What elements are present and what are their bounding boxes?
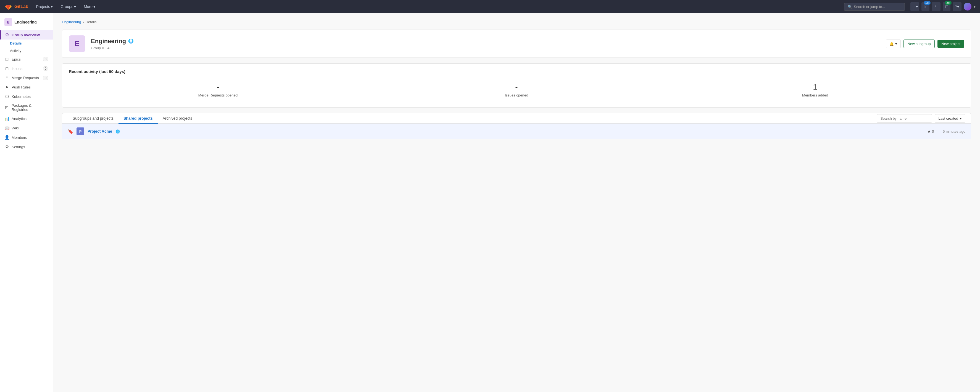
issues-value: - [372, 83, 661, 91]
issues-stat: - Issues opened [368, 78, 666, 102]
tabs-inner: Subgroups and projects Shared projects A… [68, 113, 966, 123]
more-dropdown-icon: ▾ [93, 5, 95, 9]
sidebar-group-name: Engineering [14, 20, 37, 24]
create-new-button[interactable]: ＋ ▾ [910, 2, 919, 11]
sidebar-item-issues[interactable]: ◻ Issues 0 [0, 64, 53, 73]
group-large-avatar: E [69, 35, 85, 52]
sort-select[interactable]: Last created ▾ [935, 114, 966, 123]
push-rules-icon: ➤ [5, 84, 10, 89]
members-stat-label: Members added [670, 93, 960, 97]
sidebar-item-merge-requests-label: Merge Requests [11, 76, 39, 80]
new-subgroup-button[interactable]: New subgroup [904, 40, 935, 48]
sidebar-item-wiki[interactable]: 📖 Wiki [0, 123, 53, 133]
sidebar-item-group-overview[interactable]: ⊙ Group overview [0, 30, 53, 40]
sort-dropdown-icon: ▾ [960, 116, 962, 121]
sidebar-item-merge-requests[interactable]: ⑂ Merge Requests 0 [0, 73, 53, 82]
projects-dropdown-icon: ▾ [51, 5, 53, 9]
merge-requests-label: Merge Requests opened [73, 93, 363, 97]
main-content: Engineering › Details E Engineering 🌐 Gr… [53, 13, 980, 392]
groups-dropdown-icon: ▾ [74, 5, 76, 9]
sidebar-item-members[interactable]: 👤 Members [0, 133, 53, 142]
project-name-link[interactable]: Project Acme [88, 129, 112, 134]
projects-nav-link[interactable]: Projects ▾ [34, 3, 55, 10]
project-avatar: P [76, 127, 84, 135]
settings-icon: ⚙ [5, 144, 10, 149]
tabs-bar: Subgroups and projects Shared projects A… [68, 113, 966, 123]
details-label: Details [10, 41, 22, 45]
breadcrumb: Engineering › Details [62, 20, 971, 24]
merge-requests-value: - [73, 83, 363, 91]
activity-stats: - Merge Requests opened - Issues opened … [69, 78, 964, 102]
sidebar-item-analytics[interactable]: 📊 Analytics [0, 114, 53, 123]
star-count: 0 [932, 129, 934, 134]
sidebar-item-packages-label: Packages & Registries [11, 104, 48, 112]
sidebar-item-packages-registries[interactable]: ⊡ Packages & Registries [0, 101, 53, 114]
merge-requests-stat: - Merge Requests opened [69, 78, 368, 102]
issues-stat-label: Issues opened [372, 93, 661, 97]
sidebar-item-group-overview-label: Group overview [11, 33, 40, 37]
gitlab-logo[interactable]: GitLab [5, 3, 29, 11]
groups-nav-link[interactable]: Groups ▾ [58, 3, 78, 10]
tab-search-area: Last created ▾ [877, 114, 966, 123]
search-icon: 🔍 [848, 5, 852, 9]
bookmark-icon[interactable]: 🔖 [68, 129, 73, 134]
sidebar-sub-item-activity[interactable]: Activity [0, 47, 53, 54]
topnav-actions: ＋ ▾ ☑ 233 ⑂ ◻ 99+ ? ▾ ▾ [910, 2, 975, 11]
tab-subgroups-projects[interactable]: Subgroups and projects [68, 113, 118, 124]
sidebar-group-header: E Engineering [0, 16, 53, 29]
members-icon: 👤 [5, 135, 10, 140]
sidebar-item-push-rules[interactable]: ➤ Push Rules [0, 82, 53, 92]
activity-title: Recent activity (last 90 days) [69, 69, 964, 74]
todo-badge: 233 [924, 1, 931, 5]
issues-badge: 99+ [945, 1, 951, 5]
todo-button[interactable]: ☑ 233 [921, 2, 929, 11]
star-icon: ★ [928, 129, 931, 134]
members-value: 1 [670, 83, 960, 91]
project-visibility-icon: 🌐 [115, 129, 120, 134]
sidebar-sub-item-details[interactable]: Details [0, 40, 53, 47]
sort-label: Last created [938, 116, 958, 121]
create-dropdown-icon: ▾ [916, 4, 918, 9]
tab-archived-projects[interactable]: Archived projects [158, 113, 197, 124]
sidebar-item-issues-label: Issues [11, 67, 22, 71]
group-header-card: E Engineering 🌐 Group ID: 43 🔔 ▾ New sub… [62, 30, 971, 58]
merge-icon: ⑂ [935, 5, 937, 9]
new-project-button[interactable]: New project [937, 40, 964, 48]
projects-tabs-container: Subgroups and projects Shared projects A… [62, 113, 971, 124]
group-name-row: Engineering 🌐 [91, 38, 880, 45]
wiki-icon: 📖 [5, 126, 10, 131]
global-search[interactable]: 🔍 Search or jump to... [844, 3, 905, 11]
sidebar-item-epics[interactable]: ◻ Epics 0 [0, 54, 53, 64]
group-overview-icon: ⊙ [5, 32, 10, 37]
project-star-count[interactable]: ★ 0 [928, 129, 934, 134]
user-dropdown-icon[interactable]: ▾ [974, 5, 975, 9]
help-dropdown-icon: ▾ [957, 4, 959, 9]
breadcrumb-parent-link[interactable]: Engineering [62, 20, 81, 24]
bell-icon: 🔔 [889, 42, 894, 46]
sidebar-item-wiki-label: Wiki [11, 126, 19, 130]
more-nav-link[interactable]: More ▾ [81, 3, 97, 10]
activity-box: Recent activity (last 90 days) - Merge R… [62, 63, 971, 108]
tab-shared-projects[interactable]: Shared projects [118, 113, 158, 124]
group-info: Engineering 🌐 Group ID: 43 [91, 38, 880, 50]
sidebar-item-settings[interactable]: ⚙ Settings [0, 142, 53, 151]
top-navigation: GitLab Projects ▾ Groups ▾ More ▾ 🔍 Sear… [0, 0, 980, 13]
sidebar-item-kubernetes[interactable]: ⬡ Kubernetes [0, 92, 53, 101]
merge-requests-icon: ⑂ [5, 75, 10, 80]
merge-requests-button[interactable]: ⑂ [932, 2, 940, 11]
group-visibility-icon: 🌐 [128, 38, 134, 44]
epics-badge: 0 [43, 57, 48, 61]
sidebar-item-epics-label: Epics [11, 57, 21, 61]
projects-list: 🔖 P Project Acme 🌐 ★ 0 5 minutes ago [62, 124, 971, 139]
gitlab-logo-text: GitLab [14, 4, 29, 9]
merge-requests-badge: 0 [43, 76, 48, 80]
sidebar-item-kubernetes-label: Kubernetes [11, 94, 31, 99]
sidebar-item-push-rules-label: Push Rules [11, 85, 31, 89]
issues-button[interactable]: ◻ 99+ [943, 2, 950, 11]
issues-icon: ◻ [5, 66, 10, 71]
help-button[interactable]: ? ▾ [953, 2, 961, 11]
table-row: 🔖 P Project Acme 🌐 ★ 0 5 minutes ago [62, 124, 971, 139]
notification-bell-button[interactable]: 🔔 ▾ [886, 40, 901, 48]
project-search-input[interactable] [877, 114, 932, 123]
user-avatar[interactable] [964, 3, 971, 11]
